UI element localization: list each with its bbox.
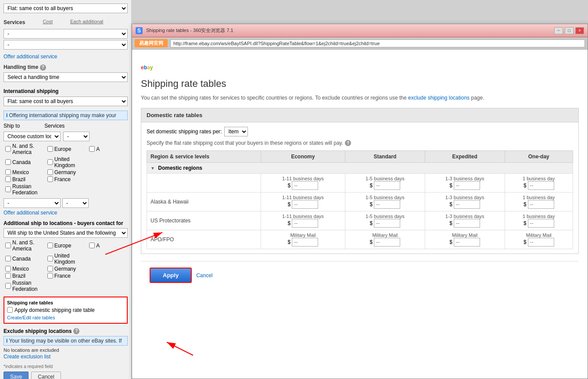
checkbox-n-s-america[interactable]: N. and S. America [5, 143, 44, 155]
expedited-input-1[interactable] [454, 181, 480, 190]
economy-input-2[interactable] [292, 200, 318, 209]
second-service-select[interactable]: - [62, 198, 89, 208]
checkbox-russia[interactable]: Russian Federation [5, 183, 44, 196]
cancel-dialog-button[interactable]: Cancel [196, 272, 212, 279]
create-exclusion-link[interactable]: Create exclusion list [4, 354, 128, 360]
economy-cost-2: $ [265, 200, 341, 209]
checkbox-brazil[interactable]: Brazil [5, 176, 44, 182]
browser-title: Shipping rate tables - 360安全浏览器 7.1 [146, 27, 551, 34]
military-input-3[interactable] [454, 238, 480, 247]
exclude-section: Exclude shipping locations ? i Your list… [4, 328, 128, 360]
service-select-1[interactable]: - [4, 29, 128, 39]
alaska-hawaii-region: Alaska & Hawaii [147, 193, 261, 211]
set-per-row: Set domestic shipping rates per: Item [147, 127, 573, 136]
offer-additional-service-link[interactable]: Offer additional service [4, 54, 128, 60]
intl-info-box: i Offering international shipping may ma… [4, 111, 128, 120]
oneday-col-1: 1 business day $ [505, 174, 573, 193]
close-button[interactable]: × [575, 27, 584, 34]
specify-help-icon[interactable]: ? [345, 140, 351, 146]
oneday-col-2: 1 business day $ [505, 193, 573, 211]
standard-col-3: 1-5 business days $ [345, 211, 425, 230]
minimize-button[interactable]: − [554, 27, 563, 34]
apply-button[interactable]: Apply [150, 268, 192, 283]
oneday-days-3: 1 business day [509, 214, 569, 219]
checkbox-mexico[interactable]: Mexico [5, 169, 44, 175]
military-input-1[interactable] [292, 238, 318, 247]
military-mail-3: Military Mail [429, 232, 501, 238]
services-dash-select[interactable]: - [63, 132, 90, 141]
handling-time-label: Handling time ? [4, 64, 128, 71]
standard-input-3[interactable] [374, 219, 400, 228]
address-bar[interactable] [170, 39, 585, 47]
second-service-row: - - [4, 198, 128, 208]
will-ship-select[interactable]: Will ship to the United States and the f… [4, 228, 128, 238]
handling-time-tooltip[interactable]: ? [40, 64, 46, 71]
standard-input-1[interactable] [374, 181, 400, 190]
exclude-tooltip[interactable]: ? [73, 328, 79, 334]
required-note: *indicates a required field [4, 364, 128, 369]
expedited-col-3: 1-3 business days $ [425, 211, 505, 230]
checkbox-uk[interactable]: United Kingdom [47, 156, 86, 168]
oneday-cost-3: $ [509, 219, 569, 228]
military-mail-4: Military Mail [509, 232, 569, 238]
ship-to-label: Ship to [4, 123, 20, 129]
expedited-input-3[interactable] [454, 219, 480, 228]
checkbox-germany[interactable]: Germany [47, 169, 86, 175]
expedited-cost-3: $ [429, 219, 501, 228]
oneday-cost-1: $ [509, 181, 569, 190]
standard-col-2: 1-5 business days $ [345, 193, 425, 211]
expedited-cost-1: $ [429, 181, 501, 190]
military-col-2: Military Mail $ [345, 230, 425, 249]
oneday-input-3[interactable] [528, 219, 554, 228]
oneday-days-1: 1 business day [509, 176, 569, 181]
oneday-col-3: 1 business day $ [505, 211, 573, 230]
domestic-regions-label: Domestic regions [158, 165, 202, 171]
military-input-2[interactable] [374, 238, 400, 247]
handling-time-select[interactable]: Select a handling time [4, 72, 128, 82]
additional-checkboxes: N. and S. America Europe A Canada United… [4, 240, 128, 292]
cancel-main-button[interactable]: Cancel [31, 372, 61, 379]
oneday-input-1[interactable] [528, 181, 554, 190]
left-panel: Flat: same cost to all buyers Services C… [0, 0, 132, 379]
flat-select[interactable]: Flat: same cost to all buyers [4, 4, 128, 13]
domestic-regions-header-row: ▼ Domestic regions [147, 163, 573, 174]
service-select-2[interactable]: - [4, 40, 128, 50]
checkbox-a[interactable]: A [89, 143, 128, 155]
oneday-input-2[interactable] [528, 200, 554, 209]
economy-input-1[interactable] [292, 181, 318, 190]
browser-tab[interactable]: 易趣网官网 [135, 39, 168, 47]
checkbox-france[interactable]: France [47, 176, 86, 182]
custom-location-select[interactable]: Choose custom location [4, 132, 61, 141]
create-edit-rate-tables-link[interactable]: Create/Edit rate tables [7, 315, 124, 320]
military-cost-2: $ [349, 238, 421, 247]
save-button[interactable]: Save [4, 372, 29, 379]
military-mail-1: Military Mail [265, 232, 341, 238]
apply-row: Apply Cancel [141, 261, 579, 289]
browser-titlebar: S Shipping rate tables - 360安全浏览器 7.1 − … [132, 24, 588, 37]
military-input-4[interactable] [528, 238, 554, 247]
apply-domestic-checkbox[interactable] [7, 307, 13, 313]
set-per-select[interactable]: Item [224, 127, 248, 136]
domestic-rate-table-header: Domestic rate tables [141, 108, 578, 122]
economy-input-3[interactable] [292, 219, 318, 228]
checkbox-europe[interactable]: Europe [47, 143, 86, 155]
browser-addressbar: 易趣网官网 [132, 37, 588, 50]
standard-input-2[interactable] [374, 200, 400, 209]
economy-col-2: 1-11 business days $ [261, 193, 345, 211]
second-location-select[interactable]: - [4, 198, 61, 208]
maximize-button[interactable]: □ [565, 27, 574, 34]
economy-days-2: 1-11 business days [265, 195, 341, 200]
browser-content[interactable]: ebay Shipping rate tables You can set th… [132, 50, 588, 379]
standard-col-1: 1-5 business days $ [345, 174, 425, 193]
exclude-shipping-link[interactable]: exclude shipping locations [408, 95, 470, 101]
offer-additional-service-link-2[interactable]: Offer additional service [4, 210, 128, 216]
intl-flat-select[interactable]: Flat: same cost to all buyers [4, 97, 128, 106]
economy-col-3: 1-11 business days $ [261, 211, 345, 230]
expedited-input-2[interactable] [454, 200, 480, 209]
shipping-table: Region & service levels Economy Standard… [147, 150, 573, 249]
ebay-logo: ebay [141, 57, 579, 73]
checkbox-canada[interactable]: Canada [5, 156, 44, 168]
military-col-1: Military Mail $ [261, 230, 345, 249]
triangle-icon: ▼ [151, 166, 155, 171]
apo-fpo-region: APO/FPO [147, 230, 261, 249]
